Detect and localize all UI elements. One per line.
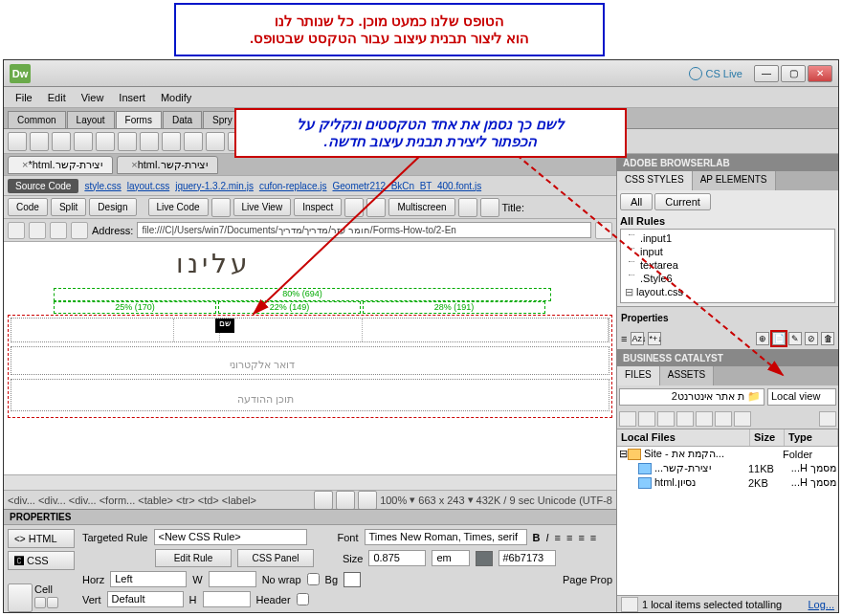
liveview-button[interactable]: Live View (233, 198, 292, 216)
stop-icon[interactable] (50, 222, 67, 239)
align-right-icon[interactable]: ≡ (578, 532, 584, 543)
related-file[interactable]: layout.css (127, 181, 169, 191)
minimize-button[interactable]: — (754, 65, 779, 82)
bg-swatch[interactable] (343, 572, 361, 587)
menu-insert[interactable]: Insert (111, 90, 153, 105)
design-canvas[interactable]: עלינו 80% (694) 25% (170) 22% (149) 28% … (4, 242, 616, 474)
edit-icon[interactable]: ✎ (788, 332, 802, 345)
zoom-tool-icon[interactable] (358, 491, 377, 510)
jumpmenu-button[interactable] (206, 132, 225, 151)
css-rule[interactable]: input (623, 245, 832, 258)
activity-icon[interactable] (621, 597, 638, 612)
preview-icon[interactable] (458, 198, 477, 217)
bold-icon[interactable]: B (533, 532, 541, 543)
align-justify-icon[interactable]: ≡ (590, 532, 596, 543)
current-button[interactable]: Current (654, 193, 711, 210)
h-input[interactable] (203, 591, 251, 607)
source-code-button[interactable]: Source Code (8, 179, 78, 193)
tag-selector[interactable]: <div... <div... <div... <form... <table>… (8, 495, 311, 506)
expand-icon[interactable] (819, 411, 836, 427)
file-row[interactable]: ⊟ Site - הקמת את... Folder (617, 447, 838, 461)
sync-icon[interactable] (734, 411, 751, 427)
align-left-icon[interactable]: ≡ (555, 532, 561, 543)
unit-select[interactable]: em (432, 550, 470, 566)
related-file[interactable]: jquery-1.3.2.min.js (175, 181, 254, 191)
ap-elements-tab[interactable]: AP ELEMENTS (693, 171, 776, 190)
home-icon[interactable] (71, 222, 88, 239)
col-type[interactable]: Type (785, 429, 838, 446)
css-rule[interactable]: .input1 (623, 231, 832, 245)
related-file[interactable]: cufon-replace.js (259, 181, 327, 191)
forward-icon[interactable] (29, 222, 46, 239)
textfield-button[interactable] (30, 132, 49, 151)
font-select[interactable]: Times New Roman, Times, serif (365, 529, 527, 545)
file-row[interactable]: נסיון.html 2KB מסמך H... (617, 475, 838, 490)
color-swatch[interactable] (476, 551, 493, 566)
files-tab[interactable]: FILES (617, 366, 660, 385)
address-input[interactable]: file:///C|/Users/win7/Documents/חומר עזר… (137, 222, 591, 238)
radio-button[interactable] (140, 132, 159, 151)
w-input[interactable] (209, 571, 256, 587)
go-icon[interactable] (595, 222, 612, 239)
put-icon[interactable] (676, 411, 694, 427)
doc-tab-2[interactable]: יצירת-קשר.html× (117, 156, 218, 174)
tab-common[interactable]: Common (8, 111, 66, 128)
size-select[interactable]: 0.875 (368, 550, 426, 566)
css-rule[interactable]: .tail-top (623, 299, 832, 303)
checkboxgroup-button[interactable] (118, 132, 137, 151)
inspect-button[interactable]: Inspect (294, 198, 342, 216)
radiogroup-button[interactable] (162, 132, 181, 151)
related-file[interactable]: style.css (84, 181, 121, 191)
business-catalyst-panel[interactable]: BUSINESS CATALYST (617, 349, 838, 366)
get-icon[interactable] (657, 411, 675, 427)
code-view-button[interactable]: Code (8, 198, 48, 216)
category-view-icon[interactable]: ≡ (621, 333, 627, 344)
checkbox-button[interactable] (96, 132, 115, 151)
attach-icon[interactable]: ⊕ (756, 332, 769, 345)
hidden-button[interactable] (52, 132, 71, 151)
cslive-button[interactable]: CS Live (689, 67, 742, 80)
files-tree[interactable]: ⊟ Site - הקמת את... Folder יצירת-קשר... … (617, 447, 838, 595)
nav-icon[interactable] (366, 198, 386, 217)
rules-list[interactable]: .input1 input textarea .Style6 layout.cs… (620, 229, 835, 303)
menu-edit[interactable]: Edit (40, 90, 74, 105)
log-link[interactable]: Log... (808, 599, 834, 610)
css-styles-tab[interactable]: CSS STYLES (617, 171, 693, 190)
split-v-icon[interactable] (47, 597, 58, 608)
back-icon[interactable] (8, 222, 25, 239)
connect-icon[interactable] (619, 411, 636, 427)
color-input[interactable]: #6b7173 (499, 550, 556, 566)
site-select[interactable]: 📁 ת אתר אינטרנט2 (619, 388, 764, 406)
css-props-button[interactable]: 🅲 CSS (8, 551, 75, 570)
refresh-icon[interactable] (480, 198, 499, 217)
css-rule[interactable]: .Style6 (623, 272, 832, 285)
zoom-level[interactable]: 100% (380, 495, 407, 506)
view-select[interactable]: Local view (767, 388, 836, 406)
file-row[interactable]: יצירת-קשר... 11KB מסמך H... (617, 461, 838, 475)
table-row[interactable] (11, 318, 609, 342)
tab-forms[interactable]: Forms (116, 111, 162, 128)
page-props-button[interactable]: Page Prop (563, 574, 612, 585)
col-size[interactable]: Size (750, 429, 785, 446)
check-icon[interactable] (211, 198, 231, 217)
hand-tool-icon[interactable] (336, 491, 355, 510)
nav-icon[interactable] (344, 198, 364, 217)
list-view-icon[interactable]: Az↓ (631, 332, 644, 345)
menu-file[interactable]: File (8, 90, 40, 105)
table-row[interactable] (11, 379, 609, 411)
browserlab-panel[interactable]: ADOBE BROWSERLAB (617, 154, 838, 171)
design-view-button[interactable]: Design (89, 198, 136, 216)
targeted-rule-select[interactable]: <New CSS Rule> (154, 529, 307, 545)
all-button[interactable]: All (620, 193, 653, 210)
header-checkbox[interactable] (297, 593, 309, 605)
align-center-icon[interactable]: ≡ (566, 532, 572, 543)
delete-icon[interactable]: 🗑 (821, 332, 834, 345)
selected-label[interactable]: שם (215, 319, 234, 333)
horz-select[interactable]: Left (110, 571, 187, 587)
assets-tab[interactable]: ASSETS (660, 366, 714, 385)
html-props-button[interactable]: <> HTML (8, 529, 75, 548)
col-name[interactable]: Local Files (617, 429, 750, 446)
split-view-button[interactable]: Split (51, 198, 86, 216)
set-view-icon[interactable]: *+↓ (648, 332, 661, 345)
select-button[interactable] (184, 132, 203, 151)
